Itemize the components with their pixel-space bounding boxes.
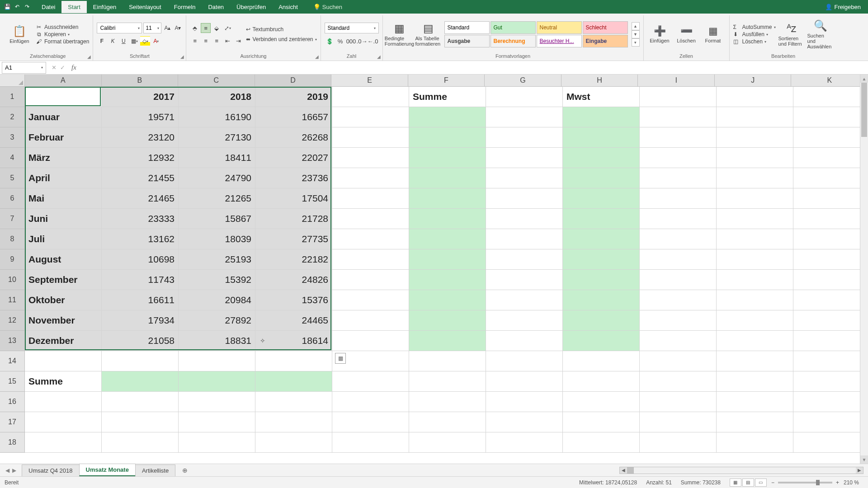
decrease-indent-button[interactable]: ⇤ bbox=[222, 36, 232, 46]
cell-K7[interactable] bbox=[793, 209, 868, 229]
cell-D14[interactable] bbox=[255, 351, 332, 371]
italic-button[interactable]: K bbox=[108, 36, 118, 46]
fx-icon[interactable]: fx bbox=[69, 64, 79, 71]
number-launcher-icon[interactable]: ◢ bbox=[377, 54, 381, 59]
cell-G2[interactable] bbox=[486, 107, 563, 127]
cell-B15[interactable] bbox=[102, 371, 179, 392]
cell-K18[interactable] bbox=[793, 432, 868, 453]
cell-C5[interactable]: 24790 bbox=[179, 168, 255, 188]
cell-B9[interactable]: 10698 bbox=[102, 249, 179, 270]
cell-C2[interactable]: 16190 bbox=[179, 107, 255, 127]
cell-G18[interactable] bbox=[486, 432, 563, 453]
row-header-5[interactable]: 5 bbox=[0, 168, 25, 188]
clear-button[interactable]: ◫Löschen ▾ bbox=[733, 38, 776, 45]
cell-E5[interactable] bbox=[332, 168, 409, 188]
cell-I14[interactable] bbox=[640, 351, 717, 371]
hscroll-right-icon[interactable]: ▶ bbox=[856, 467, 863, 474]
border-button[interactable]: ▦▾ bbox=[129, 36, 139, 46]
tab-file[interactable]: Datei bbox=[35, 1, 61, 13]
cell-C4[interactable]: 18411 bbox=[179, 148, 255, 168]
cell-H2[interactable] bbox=[563, 107, 640, 127]
cell-H15[interactable] bbox=[563, 371, 640, 392]
cell-K14[interactable] bbox=[793, 351, 868, 371]
increase-indent-button[interactable]: ⇥ bbox=[233, 36, 243, 46]
cell-B7[interactable]: 23333 bbox=[102, 209, 179, 229]
cell-G14[interactable] bbox=[486, 351, 563, 371]
cell-E11[interactable] bbox=[332, 290, 409, 310]
column-header-A[interactable]: A bbox=[25, 75, 102, 87]
wrap-text-button[interactable]: ↩Textumbruch bbox=[246, 26, 316, 33]
sheet-nav-prev-icon[interactable]: ◀ bbox=[5, 467, 9, 474]
cell-I4[interactable] bbox=[640, 148, 717, 168]
cell-C13[interactable]: 18831 bbox=[179, 331, 255, 351]
cell-F9[interactable] bbox=[409, 249, 486, 270]
conditional-formatting-button[interactable]: ▦Bedingte Formatierung bbox=[387, 22, 413, 47]
cell-F8[interactable] bbox=[409, 229, 486, 249]
number-format-combo[interactable]: Standard▾ bbox=[325, 23, 379, 33]
fill-button[interactable]: ⬇Ausfüllen ▾ bbox=[733, 31, 776, 38]
cell-E17[interactable] bbox=[332, 412, 409, 432]
style-ausgabe[interactable]: Ausgabe bbox=[444, 35, 490, 47]
row-header-12[interactable]: 12 bbox=[0, 310, 25, 331]
cell-A13[interactable]: Dezember bbox=[25, 331, 102, 351]
cell-C16[interactable] bbox=[179, 392, 255, 412]
find-select-button[interactable]: 🔍Suchen und Auswählen bbox=[807, 19, 834, 49]
cell-J9[interactable] bbox=[717, 249, 793, 270]
cell-C14[interactable] bbox=[179, 351, 255, 371]
cell-A2[interactable]: Januar bbox=[25, 107, 102, 127]
cell-I1[interactable] bbox=[640, 87, 717, 107]
sheet-nav-next-icon[interactable]: ▶ bbox=[12, 467, 16, 474]
decrease-decimal-button[interactable]: ←.0 bbox=[368, 36, 378, 46]
cancel-formula-icon[interactable]: ✕ bbox=[52, 64, 57, 71]
cell-G15[interactable] bbox=[486, 371, 563, 392]
cell-A6[interactable]: Mai bbox=[25, 188, 102, 209]
cell-H9[interactable] bbox=[563, 249, 640, 270]
cell-K9[interactable] bbox=[793, 249, 868, 270]
tab-review[interactable]: Überprüfen bbox=[230, 1, 272, 13]
cell-E18[interactable] bbox=[332, 432, 409, 453]
row-header-13[interactable]: 13 bbox=[0, 331, 25, 351]
grow-font-button[interactable]: A▴ bbox=[163, 23, 172, 33]
cell-G11[interactable] bbox=[486, 290, 563, 310]
column-header-I[interactable]: I bbox=[638, 75, 715, 87]
cell-G5[interactable] bbox=[486, 168, 563, 188]
cell-K16[interactable] bbox=[793, 392, 868, 412]
cell-B3[interactable]: 23120 bbox=[102, 127, 179, 148]
tab-insert[interactable]: Einfügen bbox=[87, 1, 123, 13]
bold-button[interactable]: F bbox=[97, 36, 107, 46]
column-header-F[interactable]: F bbox=[408, 75, 485, 87]
cell-B11[interactable]: 16611 bbox=[102, 290, 179, 310]
font-launcher-icon[interactable]: ◢ bbox=[180, 54, 184, 59]
cell-D3[interactable]: 26268 bbox=[255, 127, 332, 148]
scroll-down-icon[interactable]: ▼ bbox=[860, 455, 868, 464]
cell-H11[interactable] bbox=[563, 290, 640, 310]
cell-D15[interactable] bbox=[255, 371, 332, 392]
cell-E6[interactable] bbox=[332, 188, 409, 209]
cell-I7[interactable] bbox=[640, 209, 717, 229]
cell-F5[interactable] bbox=[409, 168, 486, 188]
sheet-tab-umsatz-q4-2018[interactable]: Umsatz Q4 2018 bbox=[22, 465, 80, 476]
cell-H5[interactable] bbox=[563, 168, 640, 188]
cell-F16[interactable] bbox=[409, 392, 486, 412]
cell-C12[interactable]: 27892 bbox=[179, 310, 255, 331]
cell-D7[interactable]: 21728 bbox=[255, 209, 332, 229]
cell-D1[interactable]: 2019 bbox=[255, 87, 332, 107]
cell-B1[interactable]: 2017 bbox=[102, 87, 179, 107]
cell-C1[interactable]: 2018 bbox=[179, 87, 255, 107]
view-page-break-button[interactable]: ▭ bbox=[755, 479, 767, 487]
cell-I5[interactable] bbox=[640, 168, 717, 188]
row-header-9[interactable]: 9 bbox=[0, 249, 25, 270]
row-header-6[interactable]: 6 bbox=[0, 188, 25, 209]
fill-color-button[interactable]: ◇▾ bbox=[140, 36, 150, 46]
style-neutral[interactable]: Neutral bbox=[537, 21, 582, 34]
name-box[interactable]: A1▾ bbox=[2, 62, 46, 74]
cell-G1[interactable] bbox=[486, 87, 563, 107]
cell-K10[interactable] bbox=[793, 270, 868, 290]
cell-J7[interactable] bbox=[717, 209, 793, 229]
cell-E2[interactable] bbox=[332, 107, 409, 127]
row-header-8[interactable]: 8 bbox=[0, 229, 25, 249]
cell-J8[interactable] bbox=[717, 229, 793, 249]
cell-G17[interactable] bbox=[486, 412, 563, 432]
cell-A15[interactable]: Summe bbox=[25, 371, 102, 392]
cell-styles-gallery[interactable]: Standard Gut Neutral Schlecht Ausgabe Be… bbox=[444, 21, 628, 47]
